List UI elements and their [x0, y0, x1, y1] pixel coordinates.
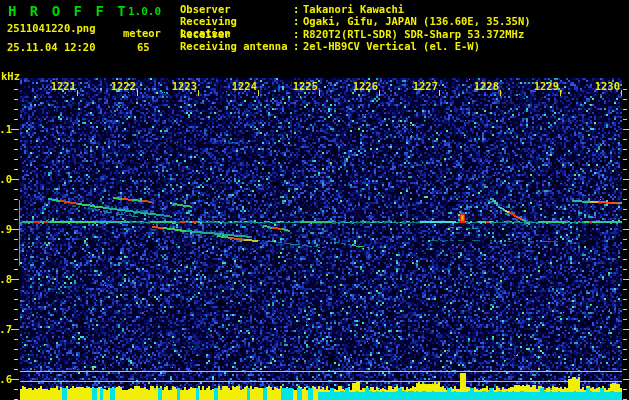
info-separator: :: [293, 40, 303, 52]
info-label: Receiving antenna: [180, 40, 293, 52]
info-row-observer: Observer:Takanori Kawachi: [180, 3, 531, 15]
freq-tick-label: 0.8: [0, 273, 12, 285]
y-axis-unit-label: kHz: [1, 71, 20, 82]
freq-tick-label: 0.6: [0, 373, 12, 385]
info-separator: :: [293, 28, 303, 40]
freq-tick-label: 0.7: [0, 323, 12, 335]
info-value: R820T2(RTL-SDR) SDR-Sharp 53.372MHz: [303, 28, 524, 40]
time-tick-label: 1227: [413, 80, 438, 92]
info-separator: :: [293, 3, 303, 15]
time-tick-label: 1221: [51, 80, 76, 92]
time-tick-label: 1229: [534, 80, 559, 92]
info-label: Receiver: [180, 28, 293, 40]
mode-label: meteor: [123, 28, 161, 39]
time-tick-label: 1224: [232, 80, 257, 92]
freq-tick-label: 1.0: [0, 173, 12, 185]
info-value: Ogaki, Gifu, JAPAN (136.60E, 35.35N): [303, 15, 531, 27]
output-filename: 2511041220.png: [7, 23, 96, 34]
time-tick-label: 1228: [474, 80, 499, 92]
info-row-location: Receiving Location:Ogaki, Gifu, JAPAN (1…: [180, 15, 531, 27]
time-tick-label: 1223: [172, 80, 197, 92]
info-row-receiver: Receiver:R820T2(RTL-SDR) SDR-Sharp 53.37…: [180, 28, 531, 40]
freq-tick-label: 1.1: [0, 123, 12, 135]
info-value: Takanori Kawachi: [303, 3, 404, 15]
time-tick-label: 1225: [293, 80, 318, 92]
info-row-antenna: Receiving antenna:2el-HB9CV Vertical (el…: [180, 40, 531, 52]
station-info: Observer:Takanori Kawachi Receiving Loca…: [180, 3, 531, 53]
info-label: Observer: [180, 3, 293, 15]
datetime-label: 25.11.04 12:20: [7, 42, 96, 53]
info-separator: :: [293, 15, 303, 27]
time-tick-label: 1222: [111, 80, 136, 92]
hrofft-output: H R O F F T 1.0.0 2511041220.png meteor …: [0, 0, 629, 400]
app-version: 1.0.0: [128, 6, 161, 17]
info-value: 2el-HB9CV Vertical (el. E-W): [303, 40, 480, 52]
time-tick-label: 1226: [353, 80, 378, 92]
time-tick-label: 1230: [595, 80, 620, 92]
freq-tick-label: 0.9: [0, 223, 12, 235]
echo-count: 65: [137, 42, 150, 53]
spectrogram-canvas: [0, 0, 629, 400]
app-title: H R O F F T: [8, 4, 128, 18]
